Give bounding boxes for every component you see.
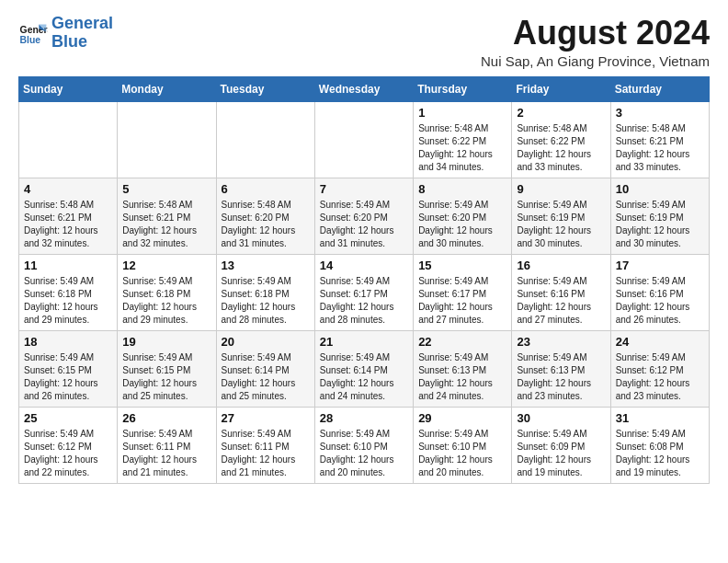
calendar-cell: 16Sunrise: 5:49 AM Sunset: 6:16 PM Dayli…: [512, 254, 610, 330]
day-info: Sunrise: 5:49 AM Sunset: 6:08 PM Dayligh…: [616, 428, 704, 479]
day-number: 15: [418, 259, 506, 272]
calendar-cell: 10Sunrise: 5:49 AM Sunset: 6:19 PM Dayli…: [610, 178, 709, 254]
day-number: 23: [517, 335, 605, 349]
day-number: 10: [616, 182, 704, 196]
calendar-cell: 13Sunrise: 5:49 AM Sunset: 6:18 PM Dayli…: [216, 254, 314, 330]
day-info: Sunrise: 5:49 AM Sunset: 6:14 PM Dayligh…: [320, 351, 408, 403]
logo: General Blue General Blue: [18, 15, 113, 52]
day-info: Sunrise: 5:49 AM Sunset: 6:20 PM Dayligh…: [320, 199, 408, 250]
calendar-cell: 28Sunrise: 5:49 AM Sunset: 6:10 PM Dayli…: [314, 407, 413, 483]
calendar-cell: 15Sunrise: 5:49 AM Sunset: 6:17 PM Dayli…: [414, 254, 512, 330]
day-info: Sunrise: 5:49 AM Sunset: 6:15 PM Dayligh…: [24, 351, 112, 403]
day-info: Sunrise: 5:49 AM Sunset: 6:18 PM Dayligh…: [222, 275, 310, 327]
calendar-cell: 27Sunrise: 5:49 AM Sunset: 6:11 PM Dayli…: [216, 407, 314, 483]
day-number: 13: [222, 259, 310, 272]
day-number: 5: [122, 182, 210, 196]
day-number: 20: [222, 335, 310, 349]
svg-text:Blue: Blue: [20, 35, 41, 45]
column-header-monday: Monday: [118, 76, 216, 101]
day-info: Sunrise: 5:49 AM Sunset: 6:20 PM Dayligh…: [418, 199, 506, 250]
month-title: August 2024: [481, 15, 710, 52]
calendar-week-row: 1Sunrise: 5:48 AM Sunset: 6:22 PM Daylig…: [19, 101, 710, 178]
calendar-cell: 9Sunrise: 5:49 AM Sunset: 6:19 PM Daylig…: [512, 178, 610, 254]
calendar-cell: 14Sunrise: 5:49 AM Sunset: 6:17 PM Dayli…: [314, 254, 413, 330]
calendar-cell: 19Sunrise: 5:49 AM Sunset: 6:15 PM Dayli…: [118, 330, 216, 407]
calendar-cell: 21Sunrise: 5:49 AM Sunset: 6:14 PM Dayli…: [314, 330, 413, 407]
day-number: 16: [517, 259, 605, 272]
calendar-cell: 4Sunrise: 5:48 AM Sunset: 6:21 PM Daylig…: [19, 178, 118, 254]
day-number: 27: [222, 411, 310, 425]
day-info: Sunrise: 5:49 AM Sunset: 6:19 PM Dayligh…: [517, 199, 605, 250]
logo-text-line1: General: [51, 15, 113, 33]
day-number: 31: [616, 411, 704, 425]
day-number: 2: [517, 106, 605, 120]
logo-icon: General Blue: [18, 18, 48, 48]
calendar-cell: [314, 101, 413, 178]
day-number: 18: [24, 335, 112, 349]
column-header-sunday: Sunday: [19, 76, 118, 101]
calendar-cell: 24Sunrise: 5:49 AM Sunset: 6:12 PM Dayli…: [610, 330, 709, 407]
calendar-cell: 1Sunrise: 5:48 AM Sunset: 6:22 PM Daylig…: [414, 101, 512, 178]
calendar-cell: 8Sunrise: 5:49 AM Sunset: 6:20 PM Daylig…: [414, 178, 512, 254]
calendar-cell: 25Sunrise: 5:49 AM Sunset: 6:12 PM Dayli…: [19, 407, 118, 483]
calendar-cell: 7Sunrise: 5:49 AM Sunset: 6:20 PM Daylig…: [314, 178, 413, 254]
calendar-cell: 12Sunrise: 5:49 AM Sunset: 6:18 PM Dayli…: [118, 254, 216, 330]
day-number: 17: [616, 259, 704, 272]
day-number: 11: [24, 259, 112, 272]
day-number: 3: [616, 106, 704, 120]
column-header-saturday: Saturday: [610, 76, 709, 101]
day-number: 28: [320, 411, 408, 425]
day-number: 22: [418, 335, 506, 349]
calendar-week-row: 11Sunrise: 5:49 AM Sunset: 6:18 PM Dayli…: [19, 254, 710, 330]
day-number: 7: [320, 182, 408, 196]
day-info: Sunrise: 5:49 AM Sunset: 6:10 PM Dayligh…: [418, 428, 506, 479]
day-info: Sunrise: 5:49 AM Sunset: 6:17 PM Dayligh…: [320, 275, 408, 327]
calendar-cell: [118, 101, 216, 178]
day-number: 1: [418, 106, 506, 120]
logo-text-line2: Blue: [51, 33, 113, 52]
day-info: Sunrise: 5:49 AM Sunset: 6:11 PM Dayligh…: [122, 428, 210, 479]
day-info: Sunrise: 5:49 AM Sunset: 6:13 PM Dayligh…: [418, 351, 506, 403]
column-header-wednesday: Wednesday: [314, 76, 413, 101]
calendar-cell: 22Sunrise: 5:49 AM Sunset: 6:13 PM Dayli…: [414, 330, 512, 407]
day-info: Sunrise: 5:48 AM Sunset: 6:21 PM Dayligh…: [122, 199, 210, 250]
calendar-cell: 29Sunrise: 5:49 AM Sunset: 6:10 PM Dayli…: [414, 407, 512, 483]
column-header-friday: Friday: [512, 76, 610, 101]
calendar-cell: 18Sunrise: 5:49 AM Sunset: 6:15 PM Dayli…: [19, 330, 118, 407]
title-area: August 2024 Nui Sap, An Giang Province, …: [481, 15, 710, 69]
day-number: 4: [24, 182, 112, 196]
calendar-header-row: SundayMondayTuesdayWednesdayThursdayFrid…: [19, 76, 710, 101]
day-info: Sunrise: 5:49 AM Sunset: 6:15 PM Dayligh…: [122, 351, 210, 403]
day-number: 26: [122, 411, 210, 425]
day-info: Sunrise: 5:49 AM Sunset: 6:13 PM Dayligh…: [517, 351, 605, 403]
calendar-cell: 2Sunrise: 5:48 AM Sunset: 6:22 PM Daylig…: [512, 101, 610, 178]
column-header-tuesday: Tuesday: [216, 76, 314, 101]
calendar-cell: 20Sunrise: 5:49 AM Sunset: 6:14 PM Dayli…: [216, 330, 314, 407]
day-info: Sunrise: 5:48 AM Sunset: 6:20 PM Dayligh…: [222, 199, 310, 250]
day-info: Sunrise: 5:49 AM Sunset: 6:16 PM Dayligh…: [616, 275, 704, 327]
column-header-thursday: Thursday: [414, 76, 512, 101]
day-info: Sunrise: 5:49 AM Sunset: 6:17 PM Dayligh…: [418, 275, 506, 327]
calendar-cell: 23Sunrise: 5:49 AM Sunset: 6:13 PM Dayli…: [512, 330, 610, 407]
day-info: Sunrise: 5:48 AM Sunset: 6:22 PM Dayligh…: [418, 122, 506, 174]
calendar-cell: [216, 101, 314, 178]
day-number: 9: [517, 182, 605, 196]
day-info: Sunrise: 5:49 AM Sunset: 6:12 PM Dayligh…: [616, 351, 704, 403]
day-info: Sunrise: 5:49 AM Sunset: 6:18 PM Dayligh…: [122, 275, 210, 327]
day-info: Sunrise: 5:49 AM Sunset: 6:18 PM Dayligh…: [24, 275, 112, 327]
day-number: 25: [24, 411, 112, 425]
day-info: Sunrise: 5:49 AM Sunset: 6:09 PM Dayligh…: [517, 428, 605, 479]
calendar-cell: 3Sunrise: 5:48 AM Sunset: 6:21 PM Daylig…: [610, 101, 709, 178]
calendar-cell: 11Sunrise: 5:49 AM Sunset: 6:18 PM Dayli…: [19, 254, 118, 330]
calendar-cell: [19, 101, 118, 178]
day-info: Sunrise: 5:49 AM Sunset: 6:14 PM Dayligh…: [222, 351, 310, 403]
day-number: 29: [418, 411, 506, 425]
day-number: 19: [122, 335, 210, 349]
calendar-week-row: 4Sunrise: 5:48 AM Sunset: 6:21 PM Daylig…: [19, 178, 710, 254]
calendar-cell: 6Sunrise: 5:48 AM Sunset: 6:20 PM Daylig…: [216, 178, 314, 254]
day-number: 21: [320, 335, 408, 349]
calendar-cell: 31Sunrise: 5:49 AM Sunset: 6:08 PM Dayli…: [610, 407, 709, 483]
day-info: Sunrise: 5:49 AM Sunset: 6:12 PM Dayligh…: [24, 428, 112, 479]
day-info: Sunrise: 5:49 AM Sunset: 6:11 PM Dayligh…: [222, 428, 310, 479]
location-subtitle: Nui Sap, An Giang Province, Vietnam: [481, 53, 710, 69]
